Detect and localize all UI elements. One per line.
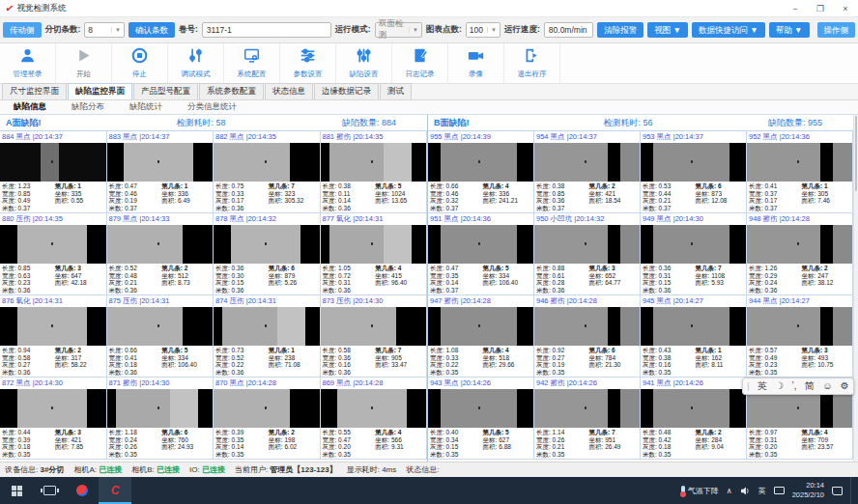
defect-image[interactable] <box>321 389 427 428</box>
touch-keyboard-icon[interactable] <box>774 487 785 494</box>
defect-image[interactable] <box>641 389 746 428</box>
parameter-settings-button[interactable]: 参数设置 <box>280 43 336 83</box>
defect-image[interactable] <box>428 389 533 428</box>
defect-cell[interactable]: 883 黑点 |20:14:37 长度: 0.47 宽度: 0.46 灰度: 0… <box>107 131 214 213</box>
defect-image[interactable] <box>747 225 852 264</box>
admin-login-button[interactable]: 管理登录 <box>0 43 56 83</box>
clear-alarm-button[interactable]: 清除报警 <box>597 22 644 38</box>
debug-mode-button[interactable]: 调试模式 <box>168 43 224 83</box>
defect-cell[interactable]: 871 擦伤 |20:14:30 长度: 1.18 宽度: 0.24 灰度: 0… <box>107 378 214 460</box>
defect-image[interactable] <box>321 225 427 264</box>
pinned-app-button[interactable] <box>66 477 99 504</box>
defect-image[interactable] <box>534 307 640 346</box>
subtab-defect-distribution[interactable]: 缺陷分布 <box>72 101 104 113</box>
start-button[interactable]: 开始 <box>56 43 112 83</box>
defect-cell[interactable]: 877 氧化 |20:14:31 长度: 1.05 宽度: 0.72 灰度: 0… <box>321 213 428 295</box>
defect-image[interactable] <box>321 143 427 182</box>
system-config-button[interactable]: 系统配置 <box>224 43 280 83</box>
tray-expand-button[interactable]: ∧ <box>727 487 732 495</box>
defect-cell[interactable]: 946 擦伤 |20:14:28 长度: 0.92 宽度: 0.27 灰度: 0… <box>534 295 641 378</box>
defect-image[interactable] <box>214 389 320 428</box>
defect-image[interactable] <box>214 307 320 346</box>
show-desktop-button[interactable] <box>850 477 854 504</box>
defect-image[interactable] <box>428 307 533 346</box>
defect-cell[interactable]: 942 擦伤 |20:14:26 长度: 1.14 宽度: 0.26 灰度: 0… <box>534 378 641 460</box>
defect-cell[interactable]: 955 黑点 |20:14:39 长度: 0.66 宽度: 0.46 灰度: 0… <box>428 131 534 213</box>
maximize-button[interactable]: ❐ <box>808 0 833 17</box>
defect-cell[interactable]: 941 黑点 |20:14:26 长度: 0.48 宽度: 0.42 灰度: 0… <box>641 378 747 460</box>
defect-cell[interactable]: 948 擦伤 |20:14:28 长度: 1.26 宽度: 0.29 灰度: 0… <box>747 213 853 295</box>
drive-side-button[interactable]: 传动侧 <box>3 22 42 38</box>
tab-defect-monitor[interactable]: 缺陷监控界面 <box>68 83 132 99</box>
defect-image[interactable] <box>747 307 852 346</box>
record-video-button[interactable]: 录像 <box>448 43 504 83</box>
scrollbar-thumb[interactable] <box>855 116 857 191</box>
ime-drag-handle[interactable]: | <box>747 382 749 391</box>
action-center-icon[interactable] <box>832 487 843 495</box>
defect-cell[interactable]: 879 黑点 |20:14:33 长度: 0.52 宽度: 0.48 灰度: 0… <box>107 213 214 295</box>
defect-image[interactable] <box>214 143 320 182</box>
defect-image[interactable] <box>747 143 852 182</box>
defect-image[interactable] <box>0 225 106 264</box>
slit-count-select[interactable]: 8▼ <box>84 22 125 38</box>
defect-cell[interactable]: 881 擦伤 |20:14:35 长度: 0.38 宽度: 0.11 灰度: 0… <box>321 131 428 213</box>
tab-status-info[interactable]: 状态信息 <box>265 83 313 99</box>
weather-tray-item[interactable]: 气温下降 <box>681 486 719 496</box>
close-button[interactable]: × <box>833 0 858 17</box>
operator-side-button[interactable]: 操作侧 <box>817 22 856 38</box>
defect-image[interactable] <box>214 225 320 264</box>
ime-emoji-icon[interactable]: ☺ <box>822 381 832 391</box>
task-view-button[interactable] <box>33 477 66 504</box>
subtab-defect-info[interactable]: 缺陷信息 <box>14 101 46 113</box>
defect-cell[interactable]: 870 黑点 |20:14:28 长度: 0.39 宽度: 0.35 灰度: 0… <box>214 378 321 460</box>
ime-settings-gear-icon[interactable]: ⚙ <box>841 381 849 391</box>
defect-cell[interactable]: 947 擦伤 |20:14:28 长度: 1.08 宽度: 0.33 灰度: 0… <box>428 295 534 378</box>
help-menu-button[interactable]: 帮助 ▼ <box>769 22 810 38</box>
stop-button[interactable]: 停止 <box>112 43 168 83</box>
defect-cell[interactable]: 953 黑点 |20:14:37 长度: 0.53 宽度: 0.44 灰度: 0… <box>641 131 747 213</box>
volume-icon[interactable] <box>740 487 751 495</box>
defect-image[interactable] <box>0 389 106 428</box>
tab-size-monitor[interactable]: 尺寸监控界面 <box>2 83 67 99</box>
tab-test[interactable]: 测试 <box>380 83 412 99</box>
chart-points-select[interactable]: 100▼ <box>466 22 500 38</box>
vertical-scrollbar[interactable] <box>853 115 858 462</box>
defect-cell[interactable]: 945 黑点 |20:14:27 长度: 0.43 宽度: 0.38 灰度: 0… <box>641 295 747 378</box>
tab-edge-data-record[interactable]: 边缘数据记录 <box>314 83 379 99</box>
defect-image[interactable] <box>0 143 106 182</box>
defect-cell[interactable]: 874 压伤 |20:14:31 长度: 0.73 宽度: 0.52 灰度: 0… <box>214 295 321 378</box>
defect-cell[interactable]: 954 黑点 |20:14:37 长度: 0.38 宽度: 0.85 灰度: 0… <box>534 131 641 213</box>
taskbar-clock[interactable]: 20:142025/2/10 <box>792 481 824 500</box>
defect-image[interactable] <box>641 225 746 264</box>
defect-image[interactable] <box>534 389 640 428</box>
defect-cell[interactable]: 873 压伤 |20:14:30 长度: 0.58 宽度: 0.36 灰度: 0… <box>321 295 428 378</box>
defect-cell[interactable]: 949 黑点 |20:14:30 长度: 0.36 宽度: 0.31 灰度: 0… <box>641 213 747 295</box>
defect-cell[interactable]: 875 压伤 |20:14:31 长度: 0.66 宽度: 0.41 灰度: 0… <box>107 295 214 378</box>
exit-program-button[interactable]: 退出程序 <box>504 43 560 83</box>
roll-number-input[interactable]: 3117-1 <box>202 22 331 38</box>
defect-cell[interactable]: 944 黑点 |20:14:27 长度: 0.57 宽度: 0.49 灰度: 0… <box>747 295 853 378</box>
defect-cell[interactable]: 878 黑点 |20:14:32 长度: 0.36 宽度: 0.30 灰度: 0… <box>214 213 321 295</box>
minimize-button[interactable]: − <box>783 0 808 17</box>
defect-cell[interactable]: 884 黑点 |20:14:37 长度: 1.23 宽度: 0.85 灰度: 0… <box>0 131 107 213</box>
data-quick-access-button[interactable]: 数据快捷访问 ▼ <box>692 22 765 38</box>
defect-image[interactable] <box>641 307 746 346</box>
subtab-defect-statistics[interactable]: 缺陷统计 <box>129 101 162 113</box>
defect-cell[interactable]: 869 黑点 |20:14:28 长度: 0.55 宽度: 0.47 灰度: 0… <box>321 378 428 460</box>
ime-punctuation-button[interactable]: ’, <box>792 381 797 391</box>
defect-settings-button[interactable]: 缺陷设置 <box>336 43 392 83</box>
confirm-count-button[interactable]: 确认条数 <box>129 22 175 38</box>
defect-image[interactable] <box>428 225 533 264</box>
tab-system-param-config[interactable]: 系统参数配置 <box>199 83 264 99</box>
defect-cell[interactable]: 880 压伤 |20:14:35 长度: 0.85 宽度: 0.63 灰度: 0… <box>0 213 107 295</box>
subtab-class-info-statistics[interactable]: 分类信息统计 <box>187 101 237 113</box>
defect-image[interactable] <box>107 143 214 182</box>
defect-image[interactable] <box>0 307 106 346</box>
defect-cell[interactable]: 943 黑点 |20:14:26 长度: 0.40 宽度: 0.34 灰度: 0… <box>428 378 534 460</box>
ime-indicator[interactable]: 英 <box>758 486 766 496</box>
view-menu-button[interactable]: 视图 ▼ <box>647 22 688 38</box>
defect-image[interactable] <box>107 225 214 264</box>
run-mode-select[interactable]: 双面检测▼ <box>375 22 422 38</box>
ime-language-button[interactable]: 英 <box>758 381 767 391</box>
defect-image[interactable] <box>428 143 533 182</box>
